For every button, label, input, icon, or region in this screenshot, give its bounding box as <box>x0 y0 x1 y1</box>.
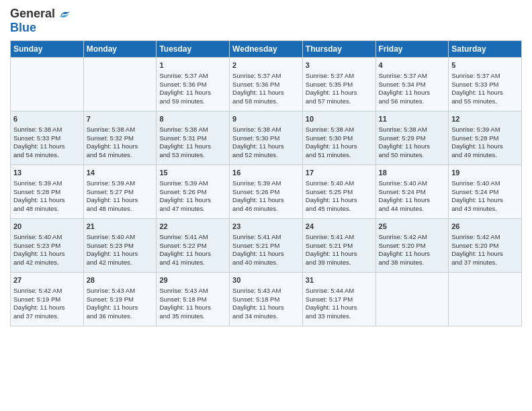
day-info: Sunrise: 5:42 AMSunset: 5:20 PMDaylight:… <box>451 233 519 267</box>
day-info: Sunrise: 5:43 AMSunset: 5:19 PMDaylight:… <box>87 287 154 321</box>
day-number: 26 <box>451 222 519 232</box>
day-number: 10 <box>306 114 373 124</box>
day-number: 31 <box>306 275 373 285</box>
day-info: Sunrise: 5:42 AMSunset: 5:19 PMDaylight:… <box>13 287 81 321</box>
calendar-cell <box>449 273 522 326</box>
day-info: Sunrise: 5:39 AMSunset: 5:26 PMDaylight:… <box>159 179 226 214</box>
day-info: Sunrise: 5:41 AMSunset: 5:21 PMDaylight:… <box>232 233 300 267</box>
calendar-cell <box>83 58 157 111</box>
day-info: Sunrise: 5:42 AMSunset: 5:20 PMDaylight:… <box>379 233 446 267</box>
calendar-cell: 16Sunrise: 5:39 AMSunset: 5:26 PMDayligh… <box>230 165 303 219</box>
calendar-cell: 28Sunrise: 5:43 AMSunset: 5:19 PMDayligh… <box>83 273 157 326</box>
calendar-cell: 1Sunrise: 5:37 AMSunset: 5:36 PMDaylight… <box>157 58 230 111</box>
day-number: 11 <box>379 114 446 124</box>
weekday-header-friday: Friday <box>375 41 449 58</box>
calendar-week-row: 1Sunrise: 5:37 AMSunset: 5:36 PMDaylight… <box>11 58 522 111</box>
weekday-header-sunday: Sunday <box>11 41 84 58</box>
weekday-header-monday: Monday <box>83 41 157 58</box>
calendar-cell: 4Sunrise: 5:37 AMSunset: 5:34 PMDaylight… <box>375 58 449 111</box>
day-info: Sunrise: 5:38 AMSunset: 5:33 PMDaylight:… <box>13 126 81 160</box>
page: General Blue SundayMondayTuesdayWednesda… <box>0 0 532 411</box>
day-info: Sunrise: 5:40 AMSunset: 5:24 PMDaylight:… <box>379 179 446 214</box>
calendar-cell: 25Sunrise: 5:42 AMSunset: 5:20 PMDayligh… <box>375 219 449 273</box>
day-number: 1 <box>159 60 226 71</box>
calendar-cell: 5Sunrise: 5:37 AMSunset: 5:33 PMDaylight… <box>449 58 522 111</box>
day-info: Sunrise: 5:37 AMSunset: 5:35 PMDaylight:… <box>306 72 373 106</box>
day-info: Sunrise: 5:37 AMSunset: 5:36 PMDaylight:… <box>159 72 226 106</box>
calendar-cell: 18Sunrise: 5:40 AMSunset: 5:24 PMDayligh… <box>375 165 449 219</box>
day-info: Sunrise: 5:37 AMSunset: 5:34 PMDaylight:… <box>379 72 446 106</box>
day-info: Sunrise: 5:38 AMSunset: 5:31 PMDaylight:… <box>159 126 226 160</box>
calendar-cell: 8Sunrise: 5:38 AMSunset: 5:31 PMDaylight… <box>157 111 230 165</box>
day-info: Sunrise: 5:39 AMSunset: 5:27 PMDaylight:… <box>87 179 154 214</box>
day-info: Sunrise: 5:44 AMSunset: 5:17 PMDaylight:… <box>306 287 373 321</box>
day-info: Sunrise: 5:39 AMSunset: 5:28 PMDaylight:… <box>451 126 519 160</box>
day-number: 30 <box>232 275 300 285</box>
day-number: 13 <box>13 168 81 178</box>
day-info: Sunrise: 5:38 AMSunset: 5:29 PMDaylight:… <box>379 126 446 160</box>
calendar-cell: 24Sunrise: 5:41 AMSunset: 5:21 PMDayligh… <box>302 219 375 273</box>
day-number: 29 <box>159 275 226 285</box>
day-number: 28 <box>87 275 154 285</box>
day-number: 16 <box>232 168 300 178</box>
calendar-week-row: 13Sunrise: 5:39 AMSunset: 5:28 PMDayligh… <box>11 165 522 219</box>
day-info: Sunrise: 5:39 AMSunset: 5:28 PMDaylight:… <box>13 179 81 214</box>
day-number: 8 <box>159 114 226 124</box>
calendar-cell: 14Sunrise: 5:39 AMSunset: 5:27 PMDayligh… <box>83 165 157 219</box>
logo: General Blue <box>10 7 71 35</box>
day-info: Sunrise: 5:38 AMSunset: 5:30 PMDaylight:… <box>306 126 373 160</box>
day-number: 22 <box>159 222 226 232</box>
day-info: Sunrise: 5:37 AMSunset: 5:36 PMDaylight:… <box>232 72 300 106</box>
calendar-week-row: 20Sunrise: 5:40 AMSunset: 5:23 PMDayligh… <box>11 219 522 273</box>
calendar-cell: 19Sunrise: 5:40 AMSunset: 5:24 PMDayligh… <box>449 165 522 219</box>
day-number: 23 <box>232 222 300 232</box>
calendar-cell: 9Sunrise: 5:38 AMSunset: 5:30 PMDaylight… <box>230 111 303 165</box>
day-number: 9 <box>232 114 300 124</box>
calendar-cell: 29Sunrise: 5:43 AMSunset: 5:18 PMDayligh… <box>157 273 230 326</box>
calendar-cell: 26Sunrise: 5:42 AMSunset: 5:20 PMDayligh… <box>449 219 522 273</box>
day-number: 24 <box>306 222 373 232</box>
day-info: Sunrise: 5:43 AMSunset: 5:18 PMDaylight:… <box>159 287 226 321</box>
logo-general-text: General <box>10 7 55 21</box>
calendar-cell: 3Sunrise: 5:37 AMSunset: 5:35 PMDaylight… <box>302 58 375 111</box>
day-number: 5 <box>451 60 519 71</box>
calendar-cell <box>11 58 84 111</box>
day-number: 21 <box>87 222 154 232</box>
calendar-cell: 6Sunrise: 5:38 AMSunset: 5:33 PMDaylight… <box>11 111 84 165</box>
logo-bird-icon <box>58 7 71 21</box>
day-number: 2 <box>232 60 300 71</box>
day-info: Sunrise: 5:37 AMSunset: 5:33 PMDaylight:… <box>451 72 519 106</box>
calendar-week-row: 6Sunrise: 5:38 AMSunset: 5:33 PMDaylight… <box>11 111 522 165</box>
day-number: 27 <box>13 275 81 285</box>
calendar-cell: 2Sunrise: 5:37 AMSunset: 5:36 PMDaylight… <box>230 58 303 111</box>
day-info: Sunrise: 5:40 AMSunset: 5:24 PMDaylight:… <box>451 179 519 214</box>
weekday-header-wednesday: Wednesday <box>230 41 303 58</box>
day-number: 18 <box>379 168 446 178</box>
calendar-cell: 7Sunrise: 5:38 AMSunset: 5:32 PMDaylight… <box>83 111 157 165</box>
weekday-header-thursday: Thursday <box>302 41 375 58</box>
day-info: Sunrise: 5:39 AMSunset: 5:26 PMDaylight:… <box>232 179 300 214</box>
day-info: Sunrise: 5:38 AMSunset: 5:30 PMDaylight:… <box>232 126 300 160</box>
calendar-cell: 12Sunrise: 5:39 AMSunset: 5:28 PMDayligh… <box>449 111 522 165</box>
calendar-cell: 21Sunrise: 5:40 AMSunset: 5:23 PMDayligh… <box>83 219 157 273</box>
calendar-cell: 31Sunrise: 5:44 AMSunset: 5:17 PMDayligh… <box>302 273 375 326</box>
day-number: 12 <box>451 114 519 124</box>
day-info: Sunrise: 5:40 AMSunset: 5:23 PMDaylight:… <box>13 233 81 267</box>
day-number: 15 <box>159 168 226 178</box>
calendar-cell: 27Sunrise: 5:42 AMSunset: 5:19 PMDayligh… <box>11 273 84 326</box>
logo-blue-text: Blue <box>10 21 36 35</box>
day-number: 6 <box>13 114 81 124</box>
calendar-cell: 17Sunrise: 5:40 AMSunset: 5:25 PMDayligh… <box>302 165 375 219</box>
day-number: 4 <box>379 60 446 71</box>
weekday-header-saturday: Saturday <box>449 41 522 58</box>
calendar-cell: 20Sunrise: 5:40 AMSunset: 5:23 PMDayligh… <box>11 219 84 273</box>
calendar-cell: 13Sunrise: 5:39 AMSunset: 5:28 PMDayligh… <box>11 165 84 219</box>
weekday-header-tuesday: Tuesday <box>157 41 230 58</box>
day-number: 20 <box>13 222 81 232</box>
day-info: Sunrise: 5:43 AMSunset: 5:18 PMDaylight:… <box>232 287 300 321</box>
weekday-header-row: SundayMondayTuesdayWednesdayThursdayFrid… <box>11 41 522 58</box>
day-number: 7 <box>87 114 154 124</box>
day-info: Sunrise: 5:38 AMSunset: 5:32 PMDaylight:… <box>87 126 154 160</box>
day-number: 17 <box>306 168 373 178</box>
day-number: 3 <box>306 60 373 71</box>
